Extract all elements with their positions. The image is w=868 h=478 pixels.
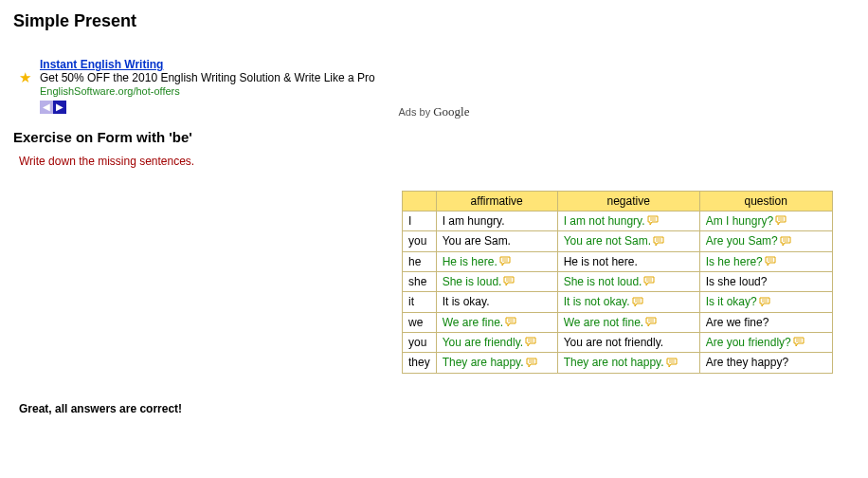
cell-text: He is here. (443, 255, 497, 268)
cell-affirmative: They are happy. (436, 353, 557, 373)
cell-text: I am not hungry. (564, 214, 645, 228)
cell-negative: They are not happy. (557, 353, 699, 373)
cell-affirmative: You are friendly. (436, 332, 557, 352)
speech-bubble-icon[interactable] (503, 276, 515, 288)
cell-pronoun: they (403, 353, 437, 373)
cell-question: Is he here? (699, 251, 832, 271)
cell-negative: It is not okay. (557, 292, 699, 312)
ad-url-text[interactable]: EnglishSoftware.org/hot-offers (40, 85, 180, 97)
cell-text: Are you Sam? (706, 234, 778, 248)
cell-text: I am hungry. (443, 214, 505, 228)
cell-pronoun: she (403, 271, 437, 291)
speech-bubble-icon[interactable] (526, 358, 537, 370)
cell-question: Are you friendly? (699, 332, 832, 352)
table-row: itIt is okay.It is not okay.Is it okay? (403, 292, 833, 312)
cell-text: He is not here. (564, 255, 638, 268)
speech-bubble-icon[interactable] (793, 337, 805, 349)
speech-bubble-icon[interactable] (780, 236, 791, 248)
table-row: weWe are fine.We are not fine.Are we fin… (403, 312, 833, 332)
exercise-instruction: Write down the missing sentences. (19, 155, 855, 168)
header-affirmative: affirmative (436, 192, 557, 211)
cell-text: Are we fine? (706, 316, 769, 329)
cell-affirmative: He is here. (436, 251, 557, 271)
cell-negative: He is not here. (557, 251, 699, 271)
cell-negative: We are not fine. (557, 312, 699, 332)
star-icon: ★ (19, 69, 31, 86)
cell-text: They are happy. (443, 356, 524, 369)
cell-text: It is not okay. (564, 295, 630, 308)
cell-text: You are not friendly. (564, 336, 663, 349)
speech-bubble-icon[interactable] (666, 358, 678, 370)
cell-question: Is she loud? (699, 271, 832, 291)
cell-pronoun: we (403, 312, 437, 332)
header-negative: negative (557, 192, 699, 211)
cell-pronoun: you (403, 332, 437, 352)
cell-affirmative: We are fine. (436, 312, 557, 332)
cell-pronoun: it (403, 292, 437, 312)
cell-pronoun: I (403, 211, 437, 231)
cell-negative: You are not friendly. (557, 332, 699, 352)
table-row: heHe is here.He is not here.Is he here? (403, 251, 833, 271)
cell-question: Is it okay? (699, 292, 832, 312)
cell-text: Are they happy? (706, 356, 788, 369)
speech-bubble-icon[interactable] (645, 317, 657, 329)
cell-text: Am I hungry? (706, 214, 773, 228)
cell-negative: I am not hungry. (557, 211, 699, 231)
table-row: sheShe is loud.She is not loud.Is she lo… (403, 271, 833, 291)
cell-affirmative: I am hungry. (436, 211, 557, 231)
cell-text: Is it okay? (706, 295, 757, 308)
cell-text: We are not fine. (564, 316, 644, 329)
header-corner (403, 192, 437, 211)
speech-bubble-icon[interactable] (653, 236, 664, 248)
speech-bubble-icon[interactable] (632, 297, 643, 309)
cell-negative: You are not Sam. (557, 231, 699, 251)
cell-text: Are you friendly? (706, 336, 791, 349)
ad-body-text: Get 50% OFF the 2010 English Writing Sol… (40, 71, 375, 84)
cell-negative: She is not loud. (557, 271, 699, 291)
table-row: youYou are Sam.You are not Sam.Are you S… (403, 231, 833, 251)
cell-text: Is she loud? (706, 275, 768, 288)
cell-question: Are you Sam? (699, 231, 832, 251)
cell-text: You are not Sam. (564, 234, 651, 248)
cell-text: Is he here? (706, 255, 763, 268)
cell-affirmative: You are Sam. (436, 231, 557, 251)
cell-text: She is loud. (443, 275, 502, 288)
table-row: youYou are friendly.You are not friendly… (403, 332, 833, 352)
speech-bubble-icon[interactable] (775, 215, 787, 228)
result-message: Great, all answers are correct! (19, 402, 855, 415)
cell-pronoun: he (403, 251, 437, 271)
cell-affirmative: She is loud. (436, 271, 557, 291)
speech-bubble-icon[interactable] (647, 215, 659, 228)
cell-question: Are we fine? (699, 312, 832, 332)
cell-text: They are not happy. (564, 356, 664, 369)
cell-text: It is okay. (443, 295, 490, 308)
table-row: II am hungry.I am not hungry.Am I hungry… (403, 211, 833, 231)
speech-bubble-icon[interactable] (525, 337, 536, 349)
exercise-subtitle: Exercise on Form with 'be' (13, 129, 855, 145)
ad-next-icon[interactable]: ▶ (53, 101, 66, 114)
cell-text: We are fine. (443, 316, 503, 329)
cell-text: You are Sam. (443, 234, 511, 248)
ad-block: ★ Instant English Writing Get 50% OFF th… (40, 58, 855, 114)
table-row: theyThey are happy.They are not happy.Ar… (403, 353, 833, 373)
speech-bubble-icon[interactable] (643, 276, 655, 288)
exercise-table: affirmative negative question II am hung… (402, 191, 833, 374)
ad-prev-icon[interactable]: ◀ (40, 101, 53, 114)
ad-title-link[interactable]: Instant English Writing (40, 58, 163, 71)
speech-bubble-icon[interactable] (499, 256, 511, 268)
cell-question: Are they happy? (699, 353, 832, 373)
cell-question: Am I hungry? (699, 211, 832, 231)
ad-nav: ◀▶ (40, 100, 855, 114)
speech-bubble-icon[interactable] (765, 256, 776, 268)
cell-text: You are friendly. (443, 336, 523, 349)
speech-bubble-icon[interactable] (759, 297, 770, 309)
header-question: question (699, 192, 832, 211)
cell-affirmative: It is okay. (436, 292, 557, 312)
cell-text: She is not loud. (564, 275, 642, 288)
speech-bubble-icon[interactable] (505, 317, 516, 329)
page-title: Simple Present (13, 11, 855, 31)
cell-pronoun: you (403, 231, 437, 251)
